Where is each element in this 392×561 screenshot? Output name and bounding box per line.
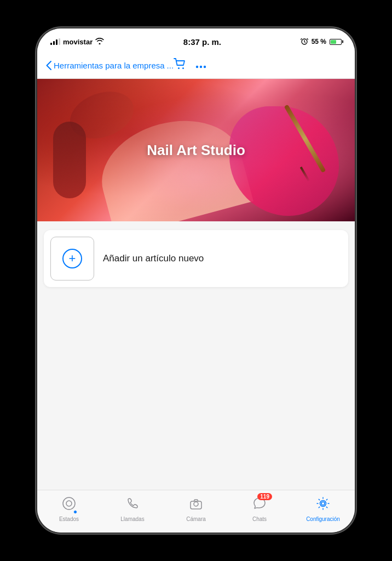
plus-symbol: +	[69, 251, 76, 266]
chats-badge: 119	[257, 493, 272, 500]
status-bar: movistar 8:37 p. m.	[37, 28, 355, 53]
svg-point-2	[182, 67, 184, 69]
status-left: movistar	[50, 38, 104, 46]
svg-point-5	[204, 65, 206, 67]
signal-bars-icon	[50, 38, 60, 45]
signal-bar-1	[50, 43, 52, 45]
nav-more-text: ...	[167, 61, 174, 70]
estados-label: Estados	[59, 516, 79, 522]
navigation-bar: Herramientas para la empresa ...	[37, 53, 355, 79]
signal-bar-3	[56, 39, 57, 45]
business-name: Nail Art Studio	[147, 142, 245, 159]
configuracion-icon	[316, 496, 330, 514]
tab-configuracion[interactable]: Configuración	[291, 496, 355, 522]
chevron-left-icon	[46, 61, 51, 70]
status-right: 55 %	[301, 37, 342, 47]
phone-frame: movistar 8:37 p. m.	[0, 0, 392, 561]
nav-actions	[174, 58, 206, 73]
llamadas-label: Llamadas	[120, 516, 144, 522]
more-options-icon[interactable]	[195, 61, 206, 71]
tab-chats[interactable]: 119 Chats	[228, 496, 291, 522]
tab-estados[interactable]: Estados	[37, 496, 101, 522]
signal-bar-4	[59, 38, 60, 45]
tab-camara[interactable]: Cámara	[164, 496, 228, 522]
hero-image: Nail Art Studio	[37, 79, 355, 221]
cart-icon[interactable]	[174, 58, 187, 73]
estados-icon	[62, 496, 76, 514]
status-time: 8:37 p. m.	[183, 37, 221, 47]
empty-content-area	[37, 294, 355, 490]
svg-point-4	[200, 65, 202, 67]
plus-circle-icon: +	[62, 249, 82, 268]
svg-point-1	[178, 67, 180, 69]
chats-icon: 119	[252, 496, 267, 514]
wifi-icon	[95, 38, 104, 46]
svg-point-7	[66, 501, 72, 506]
content-area: + Añadir un artículo nuevo	[37, 221, 355, 490]
svg-point-11	[320, 501, 326, 507]
llamadas-icon	[125, 496, 140, 514]
bottom-navigation: Estados Llamadas	[37, 490, 355, 533]
battery-icon	[330, 39, 342, 45]
signal-bar-2	[53, 41, 55, 45]
phone-screen: movistar 8:37 p. m.	[37, 28, 355, 533]
svg-rect-9	[191, 501, 201, 509]
svg-point-3	[196, 65, 198, 67]
svg-point-10	[321, 502, 325, 505]
svg-point-8	[194, 502, 198, 506]
deco-2	[53, 122, 86, 198]
carrier-label: movistar	[63, 38, 93, 46]
alarm-icon	[301, 37, 308, 47]
battery-fill	[331, 40, 336, 44]
estados-dot	[73, 510, 77, 514]
svg-point-6	[63, 497, 75, 510]
battery-percent-label: 55 %	[312, 38, 326, 45]
back-button[interactable]: Herramientas para la empresa	[46, 61, 165, 70]
chats-label: Chats	[252, 516, 267, 522]
camara-icon	[189, 496, 203, 514]
back-label: Herramientas para la empresa	[54, 61, 165, 70]
glove-decoration	[229, 106, 339, 216]
configuracion-label: Configuración	[306, 516, 340, 522]
camara-label: Cámara	[186, 516, 206, 522]
add-item-label: Añadir un artículo nuevo	[103, 253, 204, 264]
tab-llamadas[interactable]: Llamadas	[101, 496, 164, 522]
add-item-card[interactable]: + Añadir un artículo nuevo	[44, 230, 348, 287]
add-item-box: +	[50, 237, 94, 280]
